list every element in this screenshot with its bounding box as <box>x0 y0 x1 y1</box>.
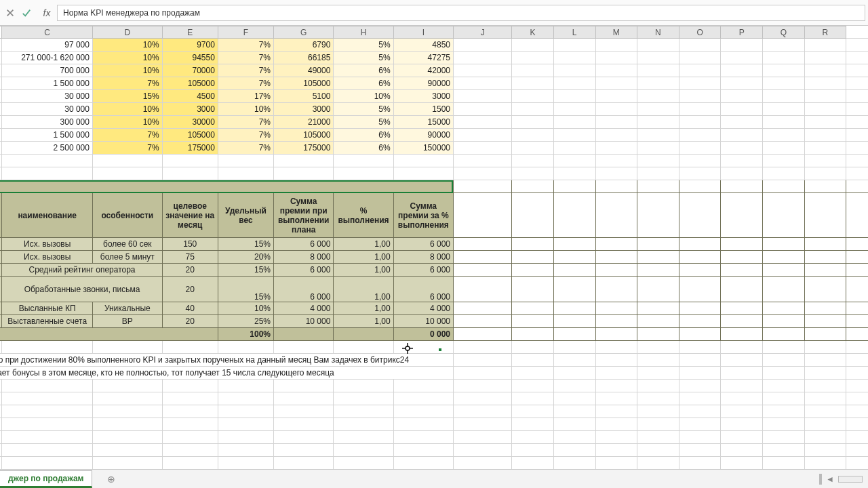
cell[interactable] <box>512 77 554 90</box>
cell[interactable] <box>846 39 868 52</box>
cell[interactable] <box>218 392 273 405</box>
cell[interactable] <box>553 52 595 64</box>
cell[interactable] <box>512 302 554 315</box>
cell[interactable] <box>846 64 868 77</box>
cell[interactable]: 10% <box>92 116 162 129</box>
cell[interactable]: 5% <box>334 52 393 64</box>
sheet-tab-active[interactable]: джер по продажам <box>0 470 92 488</box>
cell[interactable] <box>453 431 511 444</box>
cell[interactable] <box>274 444 334 457</box>
cell[interactable] <box>763 264 805 277</box>
cell[interactable]: 105000 <box>274 129 334 142</box>
cell[interactable]: Сумма премии при выполнении плана <box>274 193 334 238</box>
cell[interactable] <box>553 457 595 470</box>
cell[interactable] <box>512 277 554 302</box>
cell[interactable] <box>637 155 679 167</box>
cell[interactable] <box>512 64 554 77</box>
cell[interactable] <box>512 418 554 431</box>
cell[interactable]: 15% <box>92 90 162 103</box>
cell[interactable] <box>553 238 595 251</box>
column-header[interactable]: O <box>679 26 721 39</box>
cell[interactable] <box>595 193 637 238</box>
cell[interactable] <box>721 238 763 251</box>
cell[interactable] <box>804 277 846 302</box>
cell[interactable] <box>2 380 93 392</box>
cell[interactable] <box>334 392 393 405</box>
cell[interactable] <box>679 444 721 457</box>
cell[interactable] <box>453 354 511 367</box>
cell[interactable] <box>721 444 763 457</box>
cell[interactable] <box>637 180 679 193</box>
cell[interactable] <box>846 238 868 251</box>
cell[interactable] <box>721 64 763 77</box>
cell[interactable] <box>334 457 393 470</box>
column-header[interactable]: Q <box>763 26 805 39</box>
cell[interactable] <box>595 155 637 167</box>
cell[interactable] <box>453 444 511 457</box>
cell[interactable]: особенности <box>92 193 162 238</box>
cell[interactable] <box>553 302 595 315</box>
cell[interactable] <box>595 277 637 302</box>
cell[interactable] <box>453 380 511 392</box>
cell[interactable] <box>721 264 763 277</box>
cell[interactable] <box>453 193 511 238</box>
cell[interactable] <box>553 264 595 277</box>
cell[interactable] <box>553 64 595 77</box>
cell[interactable] <box>595 64 637 77</box>
cell[interactable] <box>804 418 846 431</box>
cell[interactable] <box>453 264 511 277</box>
cell[interactable]: 20 <box>162 264 218 277</box>
cell[interactable] <box>721 328 763 341</box>
cell[interactable]: 10% <box>92 52 162 64</box>
cell[interactable] <box>2 418 93 431</box>
cell[interactable]: 90000 <box>393 77 453 90</box>
cell[interactable] <box>721 155 763 167</box>
cell[interactable]: ыдаются только при достижении 80% выполн… <box>0 354 453 367</box>
cell[interactable] <box>218 341 273 354</box>
cell[interactable] <box>162 431 218 444</box>
cell[interactable] <box>553 380 595 392</box>
cell[interactable] <box>679 277 721 302</box>
cell[interactable] <box>846 251 868 264</box>
cell[interactable] <box>721 302 763 315</box>
cell[interactable]: 4 000 <box>393 302 453 315</box>
cell[interactable] <box>721 90 763 103</box>
cell[interactable] <box>637 52 679 64</box>
cell[interactable] <box>274 431 334 444</box>
cell[interactable] <box>453 328 511 341</box>
cell[interactable] <box>679 238 721 251</box>
cell[interactable]: 1,00 <box>334 302 393 315</box>
cell[interactable] <box>763 167 805 180</box>
cell[interactable] <box>595 328 637 341</box>
cell[interactable] <box>595 129 637 142</box>
cell[interactable] <box>162 418 218 431</box>
cell[interactable] <box>763 392 805 405</box>
cell[interactable] <box>846 392 868 405</box>
spreadsheet-grid[interactable]: CDEFGHIJKLMNOPQR97 00010%97007%67905%485… <box>0 26 868 469</box>
cell[interactable] <box>595 367 637 380</box>
cell[interactable] <box>846 264 868 277</box>
cell[interactable]: 6 000 <box>393 277 453 302</box>
cell[interactable] <box>846 444 868 457</box>
cell[interactable] <box>162 155 218 167</box>
cell[interactable]: 10% <box>92 103 162 116</box>
cell[interactable] <box>637 116 679 129</box>
cell[interactable] <box>679 302 721 315</box>
cell[interactable] <box>274 457 334 470</box>
cell[interactable] <box>595 354 637 367</box>
cell[interactable] <box>553 90 595 103</box>
cell[interactable] <box>334 418 393 431</box>
cell[interactable] <box>2 155 93 167</box>
cell[interactable] <box>637 302 679 315</box>
cell[interactable] <box>721 251 763 264</box>
cell[interactable] <box>595 264 637 277</box>
cell[interactable] <box>512 180 554 193</box>
cell[interactable] <box>553 367 595 380</box>
cell[interactable] <box>721 129 763 142</box>
cell[interactable] <box>846 354 868 367</box>
cell[interactable] <box>763 380 805 392</box>
cell[interactable] <box>721 431 763 444</box>
cell[interactable] <box>763 367 805 380</box>
cell[interactable]: 1 500 000 <box>2 129 93 142</box>
cell[interactable] <box>846 431 868 444</box>
